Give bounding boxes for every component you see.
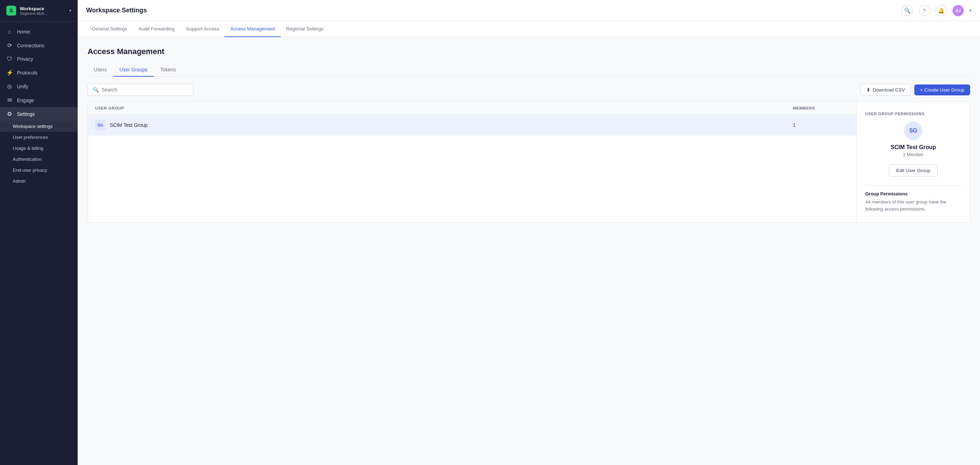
sidebar-item-privacy[interactable]: 🛡 Privacy xyxy=(0,52,78,66)
sidebar-item-label: Unify xyxy=(17,84,28,89)
avatar[interactable]: AJ xyxy=(953,5,964,16)
detail-divider xyxy=(865,185,961,185)
search-input[interactable] xyxy=(102,87,188,93)
sidebar-item-label: Protocols xyxy=(17,70,37,76)
privacy-icon: 🛡 xyxy=(6,56,13,62)
workspace-sub: Segment-Muh... xyxy=(20,11,47,16)
chevron-down-icon: ▾ xyxy=(69,8,71,13)
workspace-logo-icon: S xyxy=(6,6,16,16)
group-name: SCIM Test Group xyxy=(110,122,148,128)
sidebar-item-label: Privacy xyxy=(17,56,33,62)
members-count: 1 xyxy=(793,122,850,128)
tab-regional-settings[interactable]: Regional Settings xyxy=(281,21,329,37)
help-button[interactable]: ? xyxy=(919,5,930,16)
sidebar-sub-item-admin[interactable]: Admin xyxy=(0,176,78,187)
engage-icon: ✉ xyxy=(6,97,13,104)
sidebar-item-engage[interactable]: ✉ Engage xyxy=(0,93,78,107)
search-icon: 🔍 xyxy=(93,87,99,93)
avatar-chevron-icon[interactable]: ▾ xyxy=(969,8,972,13)
detail-panel-header: USER GROUP PERMISSIONS xyxy=(865,112,924,116)
detail-members-count: 1 Member xyxy=(903,152,924,157)
sidebar-item-connections[interactable]: ⟳ Connections xyxy=(0,38,78,52)
download-csv-button[interactable]: ⬇ Download CSV xyxy=(860,84,911,96)
main-content: Workspace Settings 🔍 ? 🔔 AJ ▾ General Se… xyxy=(78,0,980,465)
sub-tab-tokens[interactable]: Tokens xyxy=(154,63,182,77)
protocols-icon: ⚡ xyxy=(6,69,13,76)
permissions-section-text: All members of this user group have the … xyxy=(865,198,961,213)
sidebar-item-label: Connections xyxy=(17,43,45,48)
sidebar-sub-item-workspace-settings[interactable]: Workspace settings xyxy=(0,121,78,132)
detail-panel: USER GROUP PERMISSIONS SG SCIM Test Grou… xyxy=(857,102,970,222)
page-title: Access Management xyxy=(88,47,970,56)
notifications-button[interactable]: 🔔 xyxy=(935,5,947,16)
download-icon: ⬇ xyxy=(866,87,870,93)
unify-icon: ◎ xyxy=(6,83,13,90)
detail-group-name: SCIM Test Group xyxy=(891,144,936,150)
group-cell: SG SCIM Test Group xyxy=(95,120,793,130)
tab-support-access[interactable]: Support Access xyxy=(180,21,225,37)
sub-tab-user-groups[interactable]: User Groups xyxy=(113,63,154,77)
workspace-switcher[interactable]: S Workspace Segment-Muh... ▾ xyxy=(0,0,78,22)
table-row[interactable]: SG SCIM Test Group 1 xyxy=(88,115,856,136)
column-header-members: MEMBERS xyxy=(793,106,850,110)
workspace-name: Workspace xyxy=(20,6,47,11)
table-panel: USER GROUP MEMBERS SG SCIM Test Group 1 xyxy=(88,102,857,222)
content-area: Access Management Users User Groups Toke… xyxy=(78,37,980,465)
sidebar-item-label: Home xyxy=(17,29,30,35)
detail-avatar: SG xyxy=(904,121,923,140)
sidebar-nav: ⌂ Home ⟳ Connections 🛡 Privacy ⚡ Protoco… xyxy=(0,22,78,465)
sidebar-item-home[interactable]: ⌂ Home xyxy=(0,25,78,38)
home-icon: ⌂ xyxy=(6,29,13,35)
topbar-title: Workspace Settings xyxy=(86,7,147,14)
sidebar-sub-item-authentication[interactable]: Authentication xyxy=(0,154,78,165)
tab-access-management[interactable]: Access Management xyxy=(224,21,280,37)
create-user-group-button[interactable]: + Create User Group xyxy=(914,85,970,96)
sidebar-sub-item-usage-billing[interactable]: Usage & billing xyxy=(0,143,78,154)
sidebar-sub-item-user-preferences[interactable]: User preferences xyxy=(0,132,78,143)
sidebar-item-label: Engage xyxy=(17,97,34,103)
sidebar-item-protocols[interactable]: ⚡ Protocols xyxy=(0,66,78,80)
sidebar-sub-item-end-user-privacy[interactable]: End-user privacy xyxy=(0,165,78,176)
column-header-group: USER GROUP xyxy=(95,106,793,110)
search-box[interactable]: 🔍 xyxy=(88,84,194,96)
sidebar-item-label: Settings xyxy=(17,111,35,117)
main-tab-bar: General Settings Audit Forwarding Suppor… xyxy=(78,21,980,37)
search-button[interactable]: 🔍 xyxy=(902,5,913,16)
tab-audit-forwarding[interactable]: Audit Forwarding xyxy=(133,21,180,37)
group-avatar: SG xyxy=(95,120,105,130)
sidebar: S Workspace Segment-Muh... ▾ ⌂ Home ⟳ Co… xyxy=(0,0,78,465)
settings-icon: ⚙ xyxy=(6,110,13,117)
sidebar-item-unify[interactable]: ◎ Unify xyxy=(0,80,78,93)
tab-general-settings[interactable]: General Settings xyxy=(86,21,133,37)
sidebar-item-settings[interactable]: ⚙ Settings xyxy=(0,107,78,121)
edit-user-group-button[interactable]: Edit User Group xyxy=(889,164,938,177)
table-header: USER GROUP MEMBERS xyxy=(88,102,856,115)
permissions-section-title: Group Permissions xyxy=(865,191,908,197)
sub-tab-bar: Users User Groups Tokens xyxy=(88,63,970,77)
topbar-actions: 🔍 ? 🔔 AJ ▾ xyxy=(902,5,972,16)
controls-row: 🔍 ⬇ Download CSV + Create User Group xyxy=(88,84,970,96)
action-buttons: ⬇ Download CSV + Create User Group xyxy=(860,84,970,96)
sub-tab-users[interactable]: Users xyxy=(88,63,113,77)
topbar: Workspace Settings 🔍 ? 🔔 AJ ▾ xyxy=(78,0,980,21)
connections-icon: ⟳ xyxy=(6,42,13,49)
user-groups-panel: USER GROUP MEMBERS SG SCIM Test Group 1 … xyxy=(88,101,970,223)
